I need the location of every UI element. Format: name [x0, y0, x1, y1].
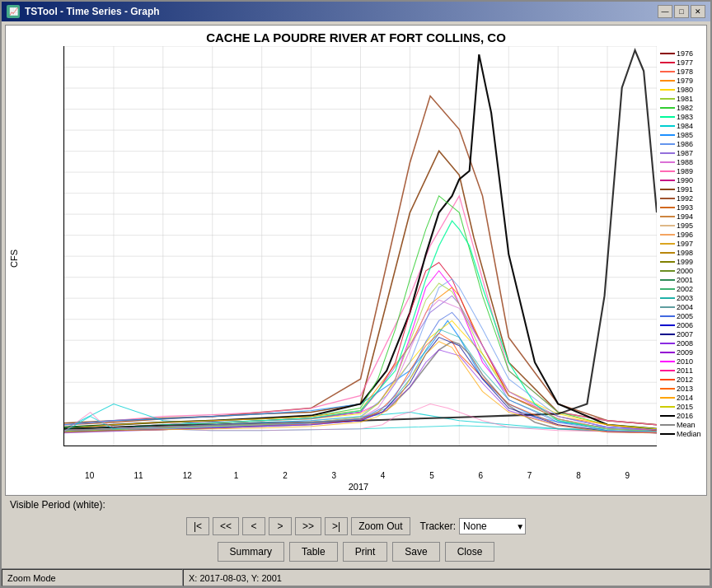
nav-prev-button[interactable]: < [242, 517, 265, 535]
main-content: CACHE LA POUDRE RIVER AT FORT COLLINS, C… [2, 21, 710, 568]
legend-item: 2005 [660, 312, 705, 320]
legend-item: 1984 [660, 122, 705, 130]
legend-item: 2009 [660, 348, 705, 357]
chart-plot-area: 7200 6800 6400 6000 5600 5200 4800 4400 … [63, 46, 657, 446]
app-icon: 📈 [7, 5, 20, 18]
legend-item: 2001 [660, 276, 705, 284]
main-window: 📈 TSTool - Time Series - Graph — □ ✕ CAC… [0, 0, 712, 588]
legend-item: 1983 [660, 113, 705, 121]
nav-prev-page-button[interactable]: << [213, 517, 239, 535]
legend-item: 2014 [660, 394, 705, 402]
legend-item: 1991 [660, 185, 705, 194]
legend-item: 2016 [660, 412, 705, 420]
legend-item: 2000 [660, 267, 705, 275]
nav-controls: |< << < > >> >| Zoom Out Tracker: None N… [5, 514, 707, 539]
x-label: 1 [212, 471, 260, 480]
legend-item: 1993 [660, 203, 705, 212]
legend-item: 1990 [660, 176, 705, 184]
legend-item: 1998 [660, 249, 705, 257]
tracker-select[interactable]: None Near NearLeft NearRight [459, 518, 526, 534]
legend-item: 1999 [660, 258, 705, 266]
legend-item: 2007 [660, 330, 705, 338]
nav-next-button[interactable]: > [269, 517, 292, 535]
x-label: 9 [603, 471, 652, 480]
chart-svg [64, 46, 657, 446]
legend-item: 1989 [660, 167, 705, 175]
legend-item: 2002 [660, 285, 705, 293]
title-bar-left: 📈 TSTool - Time Series - Graph [7, 5, 160, 18]
legend-item: 1992 [660, 194, 705, 203]
legend-item: 1996 [660, 231, 705, 239]
x-label: 8 [554, 471, 602, 480]
close-button[interactable]: ✕ [691, 5, 705, 18]
action-buttons: Summary Table Print Save Close [5, 539, 707, 565]
legend-item: Mean [660, 421, 705, 429]
y-axis-label: CFS [6, 46, 22, 471]
x-label: 12 [163, 471, 212, 480]
legend-item: 2006 [660, 321, 705, 329]
legend-item: 1988 [660, 158, 705, 166]
legend-item: 1977 [660, 58, 705, 67]
chart-area: CACHE LA POUDRE RIVER AT FORT COLLINS, C… [5, 25, 707, 496]
legend-item: 1987 [660, 149, 705, 157]
legend-item: 1995 [660, 222, 705, 230]
legend-item: 1976 [660, 49, 705, 58]
legend-item: 1994 [660, 212, 705, 221]
x-label: 6 [457, 471, 505, 480]
x-label: 2 [260, 471, 309, 480]
legend-item: 1979 [660, 77, 705, 85]
nav-next-page-button[interactable]: >> [295, 517, 321, 535]
x-label: 11 [114, 471, 162, 480]
x-label: 3 [310, 471, 358, 480]
x-label: 10 [65, 471, 114, 480]
summary-button[interactable]: Summary [218, 542, 284, 562]
legend-item: 2015 [660, 403, 705, 411]
visible-period: Visible Period (white): [5, 496, 707, 514]
x-year-label: 2017 [6, 482, 706, 495]
nav-first-button[interactable]: |< [186, 517, 209, 535]
legend-item: 1997 [660, 240, 705, 248]
legend-item: 2003 [660, 294, 705, 302]
save-button[interactable]: Save [392, 542, 439, 562]
title-bar-controls: — □ ✕ [658, 5, 705, 18]
chart-title: CACHE LA POUDRE RIVER AT FORT COLLINS, C… [6, 26, 706, 46]
legend-item: 2013 [660, 385, 705, 393]
maximize-button[interactable]: □ [674, 5, 689, 18]
title-bar: 📈 TSTool - Time Series - Graph — □ ✕ [2, 2, 710, 21]
legend-item: 1978 [660, 68, 705, 76]
legend-item: 1981 [660, 95, 705, 103]
status-zoom-mode: Zoom Mode [2, 569, 183, 586]
legend-item: 1980 [660, 86, 705, 94]
tracker-label: Tracker: [420, 520, 457, 532]
zoom-out-button[interactable]: Zoom Out [351, 517, 410, 535]
legend-item: 1982 [660, 104, 705, 112]
legend-item: 2012 [660, 376, 705, 384]
status-coordinates: X: 2017-08-03, Y: 2001 [183, 569, 710, 586]
title-bar-text: TSTool - Time Series - Graph [25, 6, 160, 17]
x-label: 7 [505, 471, 554, 480]
chart-inner: CFS 7200 6800 6400 6000 5600 5200 4800 4… [6, 46, 706, 471]
status-bar: Zoom Mode X: 2017-08-03, Y: 2001 [2, 568, 710, 586]
legend-item: Median [660, 430, 705, 438]
nav-last-button[interactable]: >| [325, 517, 348, 535]
close-button[interactable]: Close [445, 542, 495, 562]
legend-item: 2010 [660, 357, 705, 366]
legend-item: 2011 [660, 366, 705, 375]
minimize-button[interactable]: — [658, 5, 672, 18]
legend-item: 2008 [660, 339, 705, 348]
x-label: 4 [358, 471, 407, 480]
legend: 1976 1977 1978 1979 1980 1981 1982 1983 … [657, 46, 706, 471]
print-button[interactable]: Print [343, 542, 388, 562]
x-label: 5 [407, 471, 456, 480]
legend-item: 1986 [660, 140, 705, 148]
legend-item: 1985 [660, 131, 705, 139]
x-axis-labels: 10 11 12 1 2 3 4 5 6 7 8 9 [6, 471, 706, 482]
legend-item: 2004 [660, 303, 705, 311]
table-button[interactable]: Table [289, 542, 338, 562]
tracker-container: None Near NearLeft NearRight ▼ [459, 518, 526, 534]
